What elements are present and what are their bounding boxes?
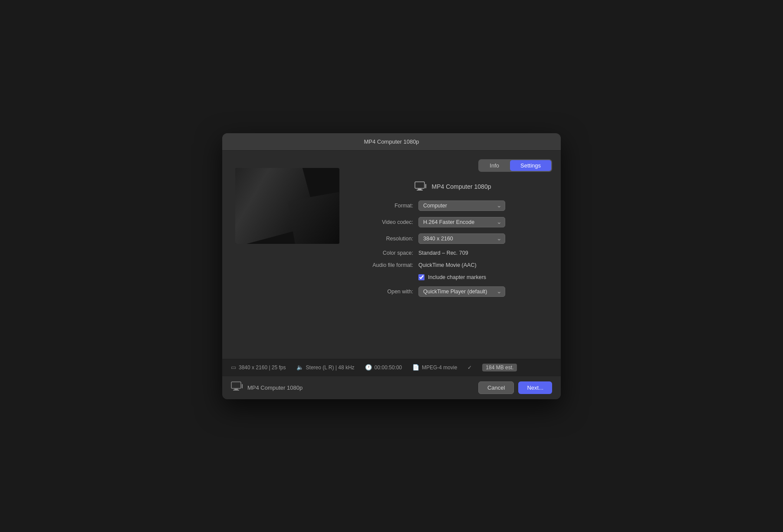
status-bar: ▭ 3840 x 2160 | 25 fps 🔈 Stereo (L R) | … xyxy=(222,359,561,376)
status-audio-text: Stereo (L R) | 48 kHz xyxy=(306,365,355,371)
tabs-container: Info Settings xyxy=(478,159,552,172)
resolution-icon: ▭ xyxy=(231,364,236,371)
footer-bar: MP4 Computer 1080p Cancel Next... xyxy=(222,376,561,399)
video-codec-select-wrapper: H.264 Faster Encode H.264 HEVC ProRes xyxy=(418,217,505,227)
cancel-button[interactable]: Cancel xyxy=(478,381,514,394)
format-label: Format: xyxy=(352,203,413,209)
footer-preset-name: MP4 Computer 1080p xyxy=(247,384,303,391)
clock-icon: 🕐 xyxy=(365,364,372,371)
footer-left: MP4 Computer 1080p xyxy=(231,381,303,394)
status-format: 📄 MPEG-4 movie xyxy=(412,364,457,371)
preset-name: MP4 Computer 1080p xyxy=(432,183,491,190)
next-button[interactable]: Next... xyxy=(518,381,552,394)
status-resolution: ▭ 3840 x 2160 | 25 fps xyxy=(231,364,286,371)
open-with-row: Open with: QuickTime Player (default) No… xyxy=(352,286,552,297)
title-bar: MP4 Computer 1080p xyxy=(222,133,561,151)
preview-panel xyxy=(231,159,344,355)
audio-format-label: Audio file format: xyxy=(352,262,413,268)
format-select[interactable]: Computer Mobile Web Disc xyxy=(418,200,505,211)
monitor-icon xyxy=(414,181,428,193)
audio-format-value: QuickTime Movie (AAC) xyxy=(418,262,477,268)
chapter-markers-label: Include chapter markers xyxy=(428,274,486,280)
svg-rect-3 xyxy=(425,184,426,188)
resolution-row: Resolution: 3840 x 2160 1920 x 1080 1280… xyxy=(352,233,552,244)
footer-monitor-icon xyxy=(231,381,243,394)
status-resolution-text: 3840 x 2160 | 25 fps xyxy=(239,365,286,371)
status-checkmark: ✓ xyxy=(467,365,472,371)
file-icon: 📄 xyxy=(412,364,419,371)
svg-rect-0 xyxy=(415,182,424,188)
window-title: MP4 Computer 1080p xyxy=(364,138,419,145)
main-section: Info Settings MP4 Computer 1080 xyxy=(222,151,561,359)
open-with-label: Open with: xyxy=(352,289,413,295)
svg-rect-4 xyxy=(231,382,241,388)
settings-panel: Info Settings MP4 Computer 1080 xyxy=(352,159,552,355)
resolution-select[interactable]: 3840 x 2160 1920 x 1080 1280 x 720 xyxy=(418,233,505,244)
color-space-label: Color space: xyxy=(352,250,413,256)
preview-thumbnail xyxy=(235,168,339,244)
svg-rect-7 xyxy=(242,384,243,388)
color-space-row: Color space: Standard – Rec. 709 xyxy=(352,250,552,256)
format-select-wrapper: Computer Mobile Web Disc xyxy=(418,200,505,211)
preset-header: MP4 Computer 1080p xyxy=(352,181,552,193)
open-with-select-wrapper: QuickTime Player (default) None xyxy=(418,286,505,297)
footer-right: Cancel Next... xyxy=(478,381,552,394)
video-codec-label: Video codec: xyxy=(352,219,413,225)
open-with-select[interactable]: QuickTime Player (default) None xyxy=(418,286,505,297)
size-badge: 184 MB est. xyxy=(482,364,517,371)
status-format-text: MPEG-4 movie xyxy=(422,365,457,371)
chapter-markers-row: Include chapter markers xyxy=(418,274,552,280)
color-space-value: Standard – Rec. 709 xyxy=(418,250,468,256)
audio-icon: 🔈 xyxy=(296,364,303,371)
svg-rect-1 xyxy=(418,189,421,190)
checkmark-icon: ✓ xyxy=(467,365,472,371)
status-duration-text: 00:00:50:00 xyxy=(375,365,402,371)
tab-info[interactable]: Info xyxy=(479,160,510,171)
tabs-row: Info Settings xyxy=(352,159,552,172)
status-size: 184 MB est. xyxy=(482,364,517,371)
video-codec-select[interactable]: H.264 Faster Encode H.264 HEVC ProRes xyxy=(418,217,505,227)
format-row: Format: Computer Mobile Web Disc xyxy=(352,200,552,211)
svg-rect-2 xyxy=(417,190,423,190)
status-duration: 🕐 00:00:50:00 xyxy=(365,364,402,371)
video-codec-row: Video codec: H.264 Faster Encode H.264 H… xyxy=(352,217,552,227)
resolution-select-wrapper: 3840 x 2160 1920 x 1080 1280 x 720 xyxy=(418,233,505,244)
svg-rect-6 xyxy=(233,390,239,391)
resolution-label: Resolution: xyxy=(352,236,413,242)
dialog-window: MP4 Computer 1080p Info Settings xyxy=(222,133,561,399)
audio-format-row: Audio file format: QuickTime Movie (AAC) xyxy=(352,262,552,268)
tab-settings[interactable]: Settings xyxy=(510,160,551,171)
content-area: Info Settings MP4 Computer 1080 xyxy=(222,151,561,399)
chapter-markers-checkbox[interactable] xyxy=(418,274,424,280)
svg-rect-5 xyxy=(234,389,238,390)
settings-grid: Format: Computer Mobile Web Disc V xyxy=(352,200,552,297)
status-audio: 🔈 Stereo (L R) | 48 kHz xyxy=(296,364,355,371)
